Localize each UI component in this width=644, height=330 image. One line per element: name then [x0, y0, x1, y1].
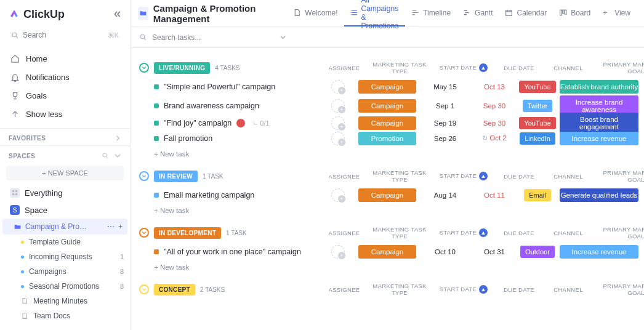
col-start[interactable]: START DATE▲ — [436, 172, 491, 180]
channel-chip[interactable]: Outdoor — [520, 246, 555, 258]
assignee-add-button[interactable] — [331, 132, 345, 145]
task-search-input[interactable]: Search tasks... — [152, 33, 201, 42]
collapse-group-button[interactable] — [139, 228, 149, 238]
assignee-add-button[interactable] — [331, 80, 345, 94]
due-date[interactable]: Oct 31 — [473, 248, 516, 256]
view-tab[interactable]: All Campaigns & Promotions — [344, 0, 406, 26]
task-search-row: Search tasks... — [131, 27, 644, 48]
start-date[interactable]: Sep 26 — [417, 135, 473, 142]
new-task-button[interactable]: + New task — [139, 203, 638, 214]
brand-logo[interactable]: ClickUp — [9, 8, 65, 21]
type-tag[interactable]: Campaign — [358, 80, 416, 94]
channel-chip[interactable]: YouTube — [519, 117, 555, 129]
collapse-group-button[interactable] — [139, 63, 149, 73]
folder-campaign-promotion[interactable]: Campaign & Promotion M… ⋯ + — [2, 219, 127, 235]
type-tag[interactable]: Campaign — [358, 99, 416, 113]
start-date[interactable]: Sep 19 — [417, 119, 473, 127]
channel-chip[interactable]: YouTube — [519, 81, 555, 93]
view-tab[interactable]: Board — [553, 0, 597, 26]
favorites-section[interactable]: FAVORITES — [0, 129, 130, 145]
view-tab[interactable]: Calendar — [499, 0, 553, 26]
due-date[interactable]: Sep 30 — [473, 102, 516, 110]
col-start[interactable]: START DATE▲ — [436, 228, 491, 237]
due-date[interactable]: ↻Oct 2 — [473, 134, 516, 142]
sidebar-leaf[interactable]: Incoming Requests1 — [0, 249, 130, 264]
nav-notifications[interactable]: Notifications — [4, 68, 126, 86]
due-date[interactable]: Oct 13 — [473, 83, 516, 91]
plus-icon[interactable]: + — [118, 222, 123, 231]
chevron-down-icon[interactable] — [114, 152, 121, 159]
type-tag[interactable]: Campaign — [358, 245, 416, 259]
task-count: 1 TASK — [203, 173, 223, 180]
goal-chip[interactable]: Increase revenue — [560, 132, 638, 145]
view-icon — [293, 9, 302, 17]
view-tab[interactable]: Gantt — [457, 0, 499, 26]
task-row[interactable]: "All of your work in one place" campaign… — [139, 243, 638, 260]
goal-chip[interactable]: Establish brand authority — [560, 80, 638, 94]
channel-chip[interactable]: Email — [524, 189, 551, 201]
space-item[interactable]: SSpace — [4, 201, 126, 219]
col-goal: PRIMARY MARKETING GOAL — [596, 226, 644, 239]
status-dot — [154, 136, 159, 141]
collapse-group-button[interactable] — [139, 171, 149, 181]
new-task-button[interactable]: + New task — [139, 260, 638, 271]
col-assignee: ASSIGNEE — [325, 65, 363, 71]
assignee-add-button[interactable] — [331, 188, 345, 202]
collapse-sidebar-button[interactable] — [113, 10, 121, 18]
col-goal: PRIMARY MARKETING GOAL — [596, 169, 644, 183]
assignee-add-button[interactable] — [331, 116, 345, 130]
goal-chip[interactable]: Generate qualified leads — [560, 188, 638, 202]
view-icon — [559, 9, 568, 17]
chevron-down-icon[interactable] — [280, 34, 286, 41]
col-start[interactable]: START DATE▲ — [436, 285, 491, 294]
sidebar-leaf[interactable]: Team Docs — [0, 308, 130, 323]
sidebar-leaf[interactable]: Campaigns8 — [0, 264, 130, 279]
assignee-add-button[interactable] — [331, 245, 345, 259]
type-tag[interactable]: Campaign — [358, 188, 416, 202]
goal-chip[interactable]: Increase revenue — [560, 245, 638, 259]
start-date[interactable]: May 15 — [417, 83, 473, 91]
sidebar-leaf[interactable]: Template Guide — [0, 235, 130, 249]
nav-home[interactable]: Home — [4, 49, 126, 68]
view-tab[interactable]: Welcome! — [287, 0, 344, 26]
status-pill[interactable]: IN DEVELOPMENT — [154, 227, 221, 239]
list-dot — [21, 270, 24, 273]
type-tag[interactable]: Campaign — [358, 116, 416, 130]
everything-item[interactable]: Everything — [4, 184, 126, 201]
status-pill[interactable]: IN REVIEW — [154, 171, 198, 182]
goal-chip[interactable]: Boost brand engagement — [560, 113, 638, 134]
new-task-button[interactable]: + New task — [139, 147, 638, 158]
nav-show-less[interactable]: Show less — [4, 105, 126, 123]
collapse-group-button[interactable] — [139, 284, 149, 294]
view-tab[interactable]: Timeline — [405, 0, 457, 26]
view-tab[interactable]: +View — [597, 0, 637, 26]
channel-chip[interactable]: LinkedIn — [520, 132, 555, 145]
due-date[interactable]: Sep 30 — [473, 119, 516, 127]
task-row[interactable]: "Simple and Powerful" campaignCampaignMa… — [139, 78, 638, 95]
col-start[interactable]: START DATE▲ — [436, 63, 491, 72]
task-row[interactable]: Email marketing campaignCampaignAug 14Oc… — [139, 186, 638, 203]
new-space-button[interactable]: + NEW SPACE — [6, 166, 124, 180]
col-type: MARKETING TASK TYPE — [369, 226, 430, 239]
nav-goals[interactable]: Goals — [4, 86, 126, 105]
sidebar-search[interactable]: Search ⌘K — [6, 27, 124, 43]
channel-chip[interactable]: Twitter — [523, 100, 552, 112]
sidebar-leaf[interactable]: Seasonal Promotions8 — [0, 279, 130, 294]
task-row[interactable]: Brand awareness campaignCampaignSep 1Sep… — [139, 95, 638, 112]
more-icon[interactable]: ⋯ — [107, 222, 115, 231]
sidebar-search-placeholder: Search — [23, 31, 46, 39]
task-row[interactable]: Fall promotionPromotionSep 26↻Oct 2Linke… — [139, 129, 638, 147]
status-pill[interactable]: CONCEPT — [154, 284, 195, 296]
task-row[interactable]: "Find joy" campaign 0/1CampaignSep 19Sep… — [139, 112, 638, 129]
start-date[interactable]: Sep 1 — [417, 102, 473, 110]
status-pill[interactable]: LIVE/RUNNING — [154, 62, 210, 74]
type-tag[interactable]: Promotion — [358, 132, 416, 145]
sidebar-leaf[interactable]: Meeting Minutes — [0, 294, 130, 308]
assignee-add-button[interactable] — [331, 99, 345, 113]
due-date[interactable]: Oct 11 — [473, 191, 516, 199]
folder-open-icon — [14, 223, 22, 231]
doc-icon — [21, 312, 28, 320]
search-icon[interactable] — [102, 152, 109, 159]
start-date[interactable]: Oct 10 — [417, 248, 473, 256]
start-date[interactable]: Aug 14 — [417, 191, 473, 199]
